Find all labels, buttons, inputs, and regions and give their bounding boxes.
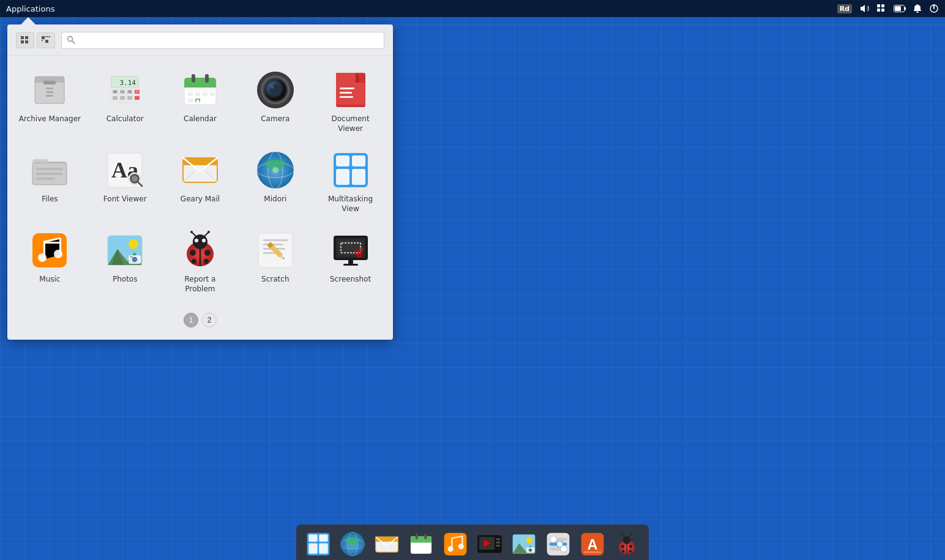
music-label: Music: [39, 275, 60, 285]
svg-rect-92: [336, 169, 349, 185]
svg-rect-34: [113, 96, 118, 100]
pagination: 1 2: [7, 313, 393, 327]
svg-rect-48: [188, 92, 193, 96]
taskbar-item-photos[interactable]: [508, 528, 540, 560]
app-item-document-viewer[interactable]: Document Viewer: [314, 62, 387, 140]
large-grid-button[interactable]: [37, 32, 55, 48]
archive-manager-icon: [30, 70, 69, 110]
svg-point-59: [271, 85, 274, 89]
app-item-photos[interactable]: Photos: [89, 222, 162, 300]
svg-rect-26: [46, 95, 53, 97]
svg-rect-45: [192, 74, 195, 83]
svg-rect-11: [21, 40, 24, 43]
svg-rect-10: [25, 36, 28, 39]
photos-label: Photos: [113, 275, 137, 285]
svg-rect-147: [308, 543, 317, 554]
app-item-files[interactable]: Files: [13, 142, 86, 220]
small-grid-button[interactable]: [16, 32, 34, 48]
taskbar-item-media[interactable]: [474, 528, 506, 560]
svg-rect-158: [416, 534, 418, 539]
svg-rect-5: [895, 6, 901, 11]
svg-point-106: [129, 239, 138, 249]
svg-rect-110: [130, 256, 133, 258]
scratch-label: Scratch: [261, 275, 289, 285]
app-item-camera[interactable]: Camera: [239, 62, 312, 140]
app-item-midori[interactable]: Midori: [239, 142, 312, 220]
svg-rect-49: [195, 92, 200, 96]
svg-rect-157: [411, 540, 431, 542]
app-item-scratch[interactable]: Scratch: [239, 222, 312, 300]
taskbar-item-settings[interactable]: [542, 528, 574, 560]
svg-rect-6: [905, 7, 906, 10]
svg-rect-51: [210, 92, 215, 96]
svg-rect-37: [135, 96, 140, 100]
search-input[interactable]: [78, 36, 379, 45]
svg-rect-52: [188, 99, 193, 102]
taskbar-item-midori[interactable]: [337, 528, 368, 560]
camera-icon: [256, 70, 295, 110]
power-icon[interactable]: [929, 4, 939, 13]
svg-rect-35: [120, 96, 125, 100]
svg-rect-159: [424, 534, 427, 539]
geary-mail-label: Geary Mail: [181, 195, 220, 204]
screenshot-icon: [331, 231, 370, 270]
taskbar-item-calendar[interactable]: [405, 528, 437, 560]
photos-icon: [105, 231, 144, 270]
svg-point-117: [204, 259, 209, 264]
page-1-button[interactable]: 1: [184, 313, 198, 327]
app-item-multitasking-view[interactable]: Multitasking View: [314, 142, 387, 220]
app-item-calculator[interactable]: 3.14 + − × ÷ Calcula: [89, 62, 162, 140]
svg-point-183: [561, 546, 567, 553]
taskbar-item-multitasking[interactable]: [302, 528, 334, 560]
search-wrapper: [61, 32, 384, 49]
svg-rect-100: [59, 238, 61, 254]
svg-point-193: [629, 550, 632, 553]
page-2-button[interactable]: 2: [202, 313, 217, 327]
svg-rect-164: [462, 536, 463, 547]
svg-rect-142: [348, 260, 353, 264]
svg-rect-9: [21, 36, 24, 39]
taskbar: A: [296, 525, 649, 560]
font-viewer-label: Font Viewer: [103, 195, 147, 204]
svg-point-115: [204, 250, 211, 256]
svg-rect-46: [205, 74, 209, 83]
svg-rect-146: [319, 534, 327, 542]
taskbar-item-store[interactable]: A: [577, 528, 608, 560]
svg-text:A: A: [587, 537, 597, 553]
svg-rect-1: [877, 9, 880, 12]
volume-icon[interactable]: [859, 4, 869, 13]
svg-rect-73: [36, 177, 54, 180]
topbar-right: Rd: [837, 4, 939, 13]
svg-rect-160: [444, 533, 467, 556]
bell-icon[interactable]: [913, 4, 922, 13]
app-item-screenshot[interactable]: Screenshot: [314, 222, 387, 300]
taskbar-item-music[interactable]: [439, 528, 471, 560]
app-item-archive-manager[interactable]: Archive Manager: [13, 62, 86, 140]
app-item-font-viewer[interactable]: Aa Font Viewer: [89, 142, 162, 220]
geary-mail-icon: [181, 151, 220, 190]
rd-icon[interactable]: Rd: [837, 4, 852, 13]
desktop: Applications Rd: [0, 0, 945, 560]
svg-point-120: [190, 231, 193, 233]
topbar-left: Applications: [6, 4, 54, 13]
apps-grid: Archive Manager 3.14: [7, 56, 393, 307]
font-viewer-icon: Aa: [105, 151, 144, 190]
battery-icon[interactable]: [894, 5, 906, 12]
svg-rect-63: [340, 88, 354, 89]
calculator-icon: 3.14 + − × ÷: [105, 70, 144, 110]
svg-point-116: [192, 259, 196, 264]
document-viewer-icon: [331, 70, 370, 110]
app-item-music[interactable]: Music: [13, 222, 86, 300]
app-item-report-problem[interactable]: Report a Problem: [164, 222, 237, 300]
app-item-geary-mail[interactable]: Geary Mail: [164, 142, 237, 220]
svg-rect-72: [36, 173, 63, 175]
app-item-calendar[interactable]: ● Calendar: [164, 62, 237, 140]
svg-rect-171: [496, 545, 501, 547]
calendar-icon: ●: [181, 70, 220, 110]
svg-text:●: ●: [196, 99, 200, 103]
network-icon[interactable]: [876, 4, 886, 13]
taskbar-item-mail[interactable]: [371, 528, 403, 560]
taskbar-item-bug[interactable]: [611, 528, 643, 560]
svg-rect-170: [496, 542, 501, 543]
svg-point-181: [550, 536, 557, 543]
